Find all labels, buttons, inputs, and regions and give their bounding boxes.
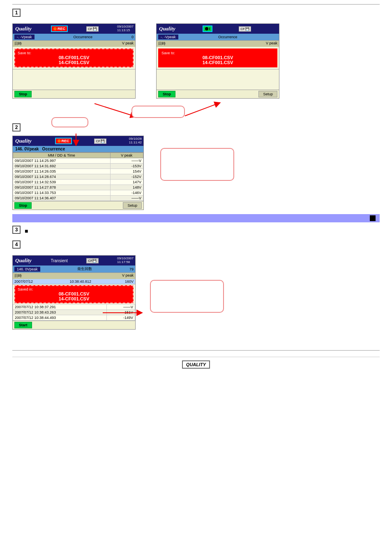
datetime-1a: 09/10/200711:13:15 — [117, 25, 134, 32]
col-datetime-1a: 日時 — [14, 41, 122, 46]
panel-4-cols: 日時 V peak — [13, 272, 135, 279]
notice-square — [370, 215, 376, 221]
section2-callout-top — [51, 117, 88, 127]
play-dot-1b — [205, 27, 208, 30]
table-row: 09/10/2007 11:14:31.692-153V — [13, 164, 143, 169]
save-to-label-1a: Save to: — [18, 51, 130, 55]
cf-label-4: CF — [88, 259, 93, 263]
row-value: -152V — [110, 174, 143, 180]
quality-logo-1a: Quality — [14, 25, 32, 32]
rec-dot-2 — [58, 139, 61, 143]
cf-label-1b: CF — [240, 27, 245, 31]
row-value: ——V — [106, 305, 135, 310]
transient-label-4: Transient — [51, 259, 67, 263]
highlight-date-4: 2007/07/12 — [14, 279, 69, 284]
row-value: 148V — [110, 185, 143, 190]
save-to-label-1b: Save to: — [161, 51, 274, 55]
quality-logo-1b: Quality — [158, 25, 176, 32]
table-row: 09/10/2007 11:14:28.674-152V — [13, 174, 143, 180]
panel-2: Quality REC CF 💾 09/10/2811:11:42 146. 0… — [12, 136, 144, 210]
row-value: 154V — [110, 169, 143, 174]
mode-label-2: 146. 0Vpeak — [15, 147, 39, 151]
col-vpeak-4: V peak — [122, 273, 134, 279]
panel-4-header: Quality Transient CF💾 09/10/200711:17:58 — [13, 256, 135, 265]
table-row: 09/10/2007 11:14:26.035154V — [13, 169, 143, 174]
section2-callout-right — [160, 148, 234, 181]
svg-line-0 — [95, 104, 134, 116]
cf-label-1a: CF — [88, 27, 92, 31]
vpeak-btn-1b[interactable]: -. -Vpeak — [158, 35, 178, 39]
section4-callout-right — [150, 280, 224, 313]
row-value: 147V — [110, 180, 143, 185]
footer-logo: QUALITY — [182, 360, 210, 369]
rec-dot-1a — [53, 27, 57, 30]
datetime-4: 09/10/200711:17:58 — [117, 257, 134, 264]
occurrence-count-4: 79 — [129, 267, 134, 271]
table-row: 09/10/2007 11:14:36.407——V — [13, 196, 143, 201]
empty-rows-1a — [13, 69, 135, 90]
rec-badge-1a: REC — [51, 25, 68, 32]
save-file2-1a: 14-CF001.CSV — [18, 60, 130, 65]
panel-1b-footer: Stop Setup — [157, 90, 279, 98]
panel-4-footer: Start — [13, 321, 135, 329]
saved-in-label-4: Saved in: — [18, 287, 130, 291]
play-label-1b: I — [209, 27, 210, 31]
stop-btn-1b[interactable]: Stop — [158, 91, 175, 97]
rec-badge-2: REC — [55, 138, 72, 144]
section-3: 3 ■ — [12, 226, 380, 236]
row-value: ——V — [110, 196, 143, 201]
panel-2-header: Quality REC CF 💾 09/10/2811:11:42 — [13, 136, 143, 146]
saved-in-box-4: Saved in: 08-CF001.CSV 14-CF001.CSV — [14, 285, 134, 303]
col-datetime-1b: 日時 — [158, 41, 266, 46]
highlight-row-4: 2007/07/12 10:38:40.812 160V — [13, 279, 135, 284]
section-1-marker: 1 — [12, 9, 21, 17]
stop-btn-2[interactable]: Stop — [14, 202, 32, 209]
cf-badge-2: CF 💾 — [94, 138, 106, 144]
setup-btn-2[interactable]: Setup — [123, 202, 142, 209]
notice-bar — [12, 214, 380, 222]
col-vpeak-1b: V peak — [266, 41, 277, 46]
col-header-datetime-2: MM / DD & Time — [13, 153, 111, 158]
row-value: -149V — [106, 315, 135, 321]
row-date: 09/10/2007 11:14:33.753 — [13, 190, 111, 196]
table-row: 2007/07/12 10:38:37.291——V — [13, 305, 135, 310]
row-date: 2007/07/12 10:38:43.263 — [13, 310, 107, 315]
table-row: 09/10/2007 11:14:27.878148V — [13, 185, 143, 190]
section-2-marker: 2 — [12, 123, 21, 132]
cf-icon-4: CF💾 — [86, 258, 99, 263]
col-vpeak-1a: V peak — [122, 41, 134, 46]
panel-2-footer: Stop Setup — [13, 201, 143, 210]
occurrence-label-2: Occurrence — [42, 147, 65, 151]
col-header-vpeak-2: V peak — [110, 153, 143, 158]
save-to-box-1b: Save to: 08-CF001.CSV 14-CF001.CSV — [158, 48, 277, 67]
panel-1a-header: Quality REC CF 💾 09/10/200711:13:15 — [13, 24, 135, 34]
panel-1b-header: Quality I CF 💾 — [157, 24, 279, 34]
row-date: 09/10/2007 11:14:26.035 — [13, 169, 111, 174]
table-row: 09/10/2007 11:14:32.539147V — [13, 180, 143, 185]
panel-1a-subheader: -. -Vpeak Occurrence 0 — [13, 34, 135, 40]
rec-label-2: REC — [62, 139, 69, 143]
panel-2-table: MM / DD & Time V peak 09/10/2007 11:14:2… — [13, 152, 143, 201]
table-row: 09/10/2007 11:14:25.997——V — [13, 158, 143, 164]
panel-1a-footer: Stop — [13, 90, 135, 98]
row-date: 09/10/2007 11:14:28.674 — [13, 174, 111, 180]
section1-callout — [131, 106, 185, 118]
vpeak-btn-1a[interactable]: -. -Vpeak — [14, 35, 35, 39]
section-3-marker: 3 — [12, 226, 21, 234]
row-date: 2007/07/12 10:38:44.493 — [13, 315, 107, 321]
cf-label-2: CF — [96, 139, 100, 143]
setup-btn-1b[interactable]: Setup — [258, 91, 277, 97]
section-4: Quality Transient CF💾 09/10/200711:17:58… — [12, 255, 380, 330]
occurrence-count-1a: 0 — [131, 35, 134, 39]
stop-btn-1a[interactable]: Stop — [14, 91, 32, 97]
datetime-2: 09/10/2811:11:42 — [129, 137, 142, 145]
save-file1-1a: 08-CF001.CSV — [18, 55, 130, 60]
vpeak-btn-4[interactable]: 146. 0Vpeak — [14, 267, 40, 272]
row-value: ——V — [110, 158, 143, 164]
play-badge-1b: I — [203, 25, 213, 32]
panel-4: Quality Transient CF💾 09/10/200711:17:58… — [12, 255, 136, 330]
start-btn-4[interactable]: Start — [14, 322, 32, 328]
row-date: 09/10/2007 11:14:27.878 — [13, 185, 111, 190]
panel-1b-subheader: -. -Vpeak Occurrence — [157, 34, 279, 40]
row-date: 09/10/2007 11:14:36.407 — [13, 196, 111, 201]
